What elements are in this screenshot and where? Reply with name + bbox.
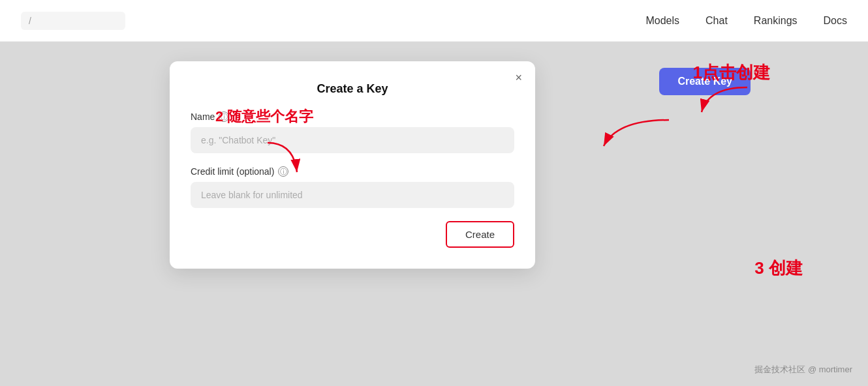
watermark: 掘金技术社区 @ mortimer (754, 364, 852, 376)
arrow1 (695, 81, 754, 120)
credit-form-group: Credit limit (optional) ⓘ (191, 166, 514, 208)
search-slash: / (29, 16, 31, 26)
arrow2 (255, 136, 307, 182)
nav-rankings[interactable]: Rankings (754, 15, 798, 27)
credit-label: Credit limit (optional) ⓘ (191, 166, 514, 177)
header-left: / (21, 12, 125, 30)
credit-input[interactable] (191, 182, 514, 208)
nav-links: Models Chat Rankings Docs (645, 15, 847, 27)
modal-footer: Create (191, 221, 514, 248)
main-content: Create a Key × Name ⓘ Credit limit (opti… (0, 42, 868, 386)
nav-docs[interactable]: Docs (824, 15, 847, 27)
modal-header: Create a Key (191, 82, 514, 96)
annotation-step2: 2 随意些个名字 (215, 107, 313, 126)
modal-create-button[interactable]: Create (446, 221, 514, 248)
create-key-modal: Create a Key × Name ⓘ Credit limit (opti… (170, 61, 535, 269)
search-bar[interactable]: / (21, 12, 125, 30)
name-input[interactable] (191, 127, 514, 153)
header: / Models Chat Rankings Docs (0, 0, 868, 42)
annotation-step3: 3 创建 (754, 257, 803, 280)
name-label-text: Name (191, 111, 215, 122)
modal-close-button[interactable]: × (515, 72, 522, 83)
arrow3 (597, 113, 675, 153)
nav-models[interactable]: Models (645, 15, 679, 27)
modal-title: Create a Key (317, 82, 388, 95)
nav-chat[interactable]: Chat (705, 15, 728, 27)
